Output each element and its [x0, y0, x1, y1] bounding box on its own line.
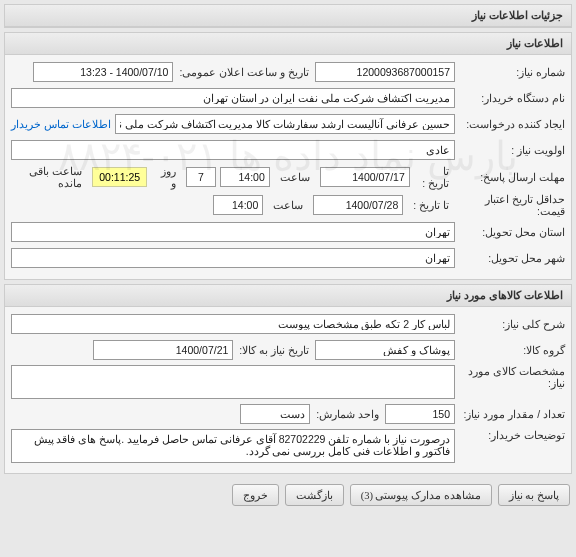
- unit-field[interactable]: [240, 404, 310, 424]
- province-field[interactable]: [11, 222, 455, 242]
- details-header: جزئیات اطلاعات نیاز: [5, 5, 571, 27]
- goods-spec-label: مشخصات کالای مورد نیاز:: [455, 365, 565, 389]
- reply-button[interactable]: پاسخ به نیاز: [498, 484, 570, 506]
- details-panel: جزئیات اطلاعات نیاز: [4, 4, 572, 28]
- days-left-field[interactable]: [186, 167, 216, 187]
- province-label: استان محل تحویل:: [455, 226, 565, 238]
- goods-info-header: اطلاعات کالاهای مورد نیاز: [5, 285, 571, 307]
- city-label: شهر محل تحویل:: [455, 252, 565, 264]
- creator-field[interactable]: [115, 114, 455, 134]
- goods-spec-field[interactable]: [11, 365, 455, 399]
- button-bar: پاسخ به نیاز مشاهده مدارک پیوستی (3) باز…: [0, 478, 576, 512]
- price-validity-label: حداقل تاریخ اعتبار قیمت:: [455, 193, 565, 217]
- unit-label: واحد شمارش:: [310, 408, 385, 420]
- to-date-label-1: تا تاریخ :: [414, 165, 455, 189]
- countdown-field: 00:11:25: [92, 167, 147, 187]
- price-time-field[interactable]: [213, 195, 263, 215]
- public-date-field[interactable]: [33, 62, 173, 82]
- buyer-notes-label: توضیحات خریدار:: [455, 429, 565, 441]
- reply-to-date-field[interactable]: [320, 167, 410, 187]
- need-info-panel: اطلاعات نیاز پارس نماد داده ها ۰۲۱-۸۸۲۴ …: [4, 32, 572, 280]
- qty-field[interactable]: [385, 404, 455, 424]
- need-no-label: شماره نیاز:: [455, 66, 565, 78]
- public-date-label: تاریخ و ساعت اعلان عمومی:: [173, 66, 315, 78]
- priority-label: اولویت نیاز :: [455, 144, 565, 156]
- need-no-field[interactable]: [315, 62, 455, 82]
- attachments-button[interactable]: مشاهده مدارک پیوستی (3): [350, 484, 492, 506]
- price-to-date-field[interactable]: [313, 195, 403, 215]
- to-date-label-2: تا تاریخ :: [407, 199, 455, 211]
- creator-label: ایجاد کننده درخواست:: [455, 118, 565, 130]
- remaining-label: ساعت باقی مانده: [11, 165, 88, 189]
- need-to-date-label: تاریخ نیاز به کالا:: [233, 344, 315, 356]
- reply-time-field[interactable]: [220, 167, 270, 187]
- contact-link[interactable]: اطلاعات تماس خریدار: [11, 118, 115, 130]
- city-field[interactable]: [11, 248, 455, 268]
- exit-button[interactable]: خروج: [232, 484, 279, 506]
- general-desc-label: شرح کلی نیاز:: [455, 318, 565, 330]
- reply-deadline-label: مهلت ارسال پاسخ:: [455, 171, 565, 183]
- back-button[interactable]: بازگشت: [285, 484, 344, 506]
- goods-info-panel: اطلاعات کالاهای مورد نیاز شرح کلی نیاز: …: [4, 284, 572, 474]
- goods-group-field[interactable]: [315, 340, 455, 360]
- days-and-label: روز و: [151, 165, 182, 189]
- goods-group-label: گروه کالا:: [455, 344, 565, 356]
- need-to-date-field[interactable]: [93, 340, 233, 360]
- buyer-org-label: نام دستگاه خریدار:: [455, 92, 565, 104]
- need-info-header: اطلاعات نیاز: [5, 33, 571, 55]
- priority-field[interactable]: [11, 140, 455, 160]
- general-desc-field[interactable]: [11, 314, 455, 334]
- buyer-notes-field[interactable]: [11, 429, 455, 463]
- time-label-2: ساعت: [267, 199, 309, 211]
- qty-label: تعداد / مقدار مورد نیاز:: [455, 408, 565, 420]
- buyer-org-field[interactable]: [11, 88, 455, 108]
- time-label-1: ساعت: [274, 171, 316, 183]
